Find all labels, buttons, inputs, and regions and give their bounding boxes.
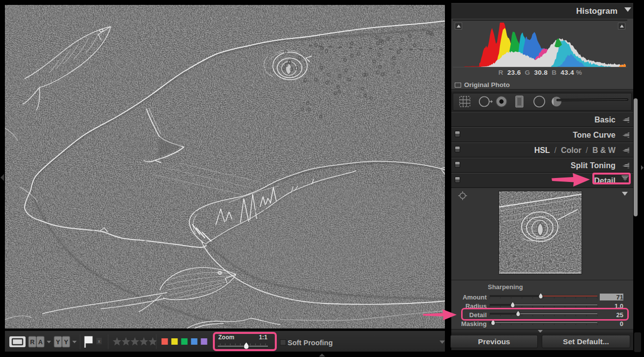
svg-text:Y: Y — [56, 339, 60, 346]
svg-text:x: x — [98, 339, 100, 344]
svg-text:Soft Proofing: Soft Proofing — [288, 339, 333, 347]
svg-text:Y: Y — [64, 339, 68, 346]
svg-text:R: R — [30, 339, 34, 346]
svg-text:A: A — [38, 339, 43, 346]
